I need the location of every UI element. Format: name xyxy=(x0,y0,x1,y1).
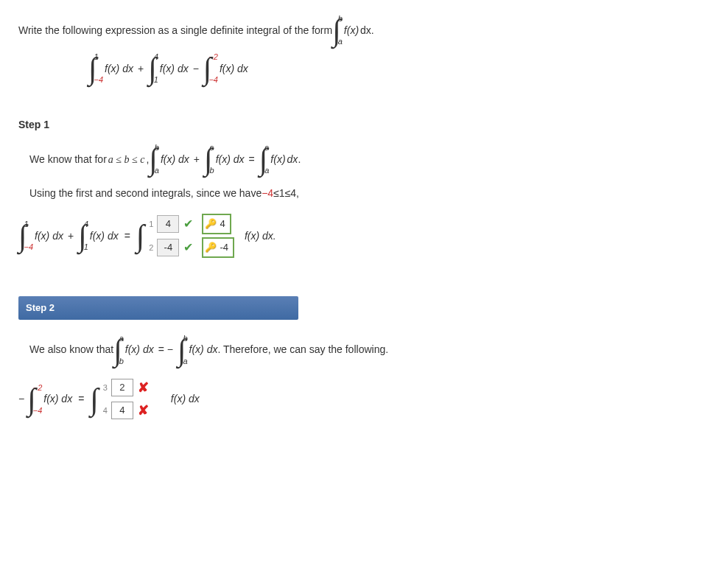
step2-header: Step 2 xyxy=(18,296,298,320)
step2-rule: We also know that ∫ a b f(x) dx = − ∫ b … xyxy=(29,335,701,365)
step1-work: ∫ 1 −4 f(x) dx + ∫ 4 1 f(x) dx = ∫ 1 4 ✔… xyxy=(18,212,701,259)
key-icon: 🔑 xyxy=(205,240,217,255)
cross-icon: ✘ xyxy=(138,401,149,421)
step2-answer-stack: 3 2 ✘ 4 4 ✘ xyxy=(97,377,149,422)
step2-lower-input[interactable]: 4 xyxy=(111,402,133,419)
key-icon: 🔑 xyxy=(205,217,217,231)
check-icon: ✔ xyxy=(183,215,193,233)
step1-upper-key: 🔑 4 xyxy=(202,214,231,234)
step1-label: Step 1 xyxy=(18,117,701,133)
step1-upper-answer[interactable]: 4 xyxy=(157,215,179,233)
step1-lower-answer[interactable]: -4 xyxy=(157,239,179,256)
step2-work: − ∫ −2 −4 f(x) dx = ∫ 3 2 ✘ 4 4 ✘ f(x) d… xyxy=(18,377,701,422)
step1-answer-stack: 1 4 ✔ 🔑 4 2 -4 ✔ 🔑 -4 xyxy=(143,212,234,259)
cross-icon: ✘ xyxy=(138,378,149,398)
step1-rule: We know that for a ≤ b ≤ c , ∫ b a f(x) … xyxy=(29,144,701,175)
step1-condition: Using the first and second integrals, si… xyxy=(29,186,701,201)
check-icon: ✔ xyxy=(183,239,193,256)
integral-form: ∫ b a f(x) xyxy=(332,15,359,46)
step2-upper-input[interactable]: 2 xyxy=(111,379,133,396)
problem-prompt: Write the following expression as a sing… xyxy=(18,15,701,46)
prompt-text: Write the following expression as a sing… xyxy=(18,23,332,38)
given-expression: ∫ 1 −4 f(x) dx + ∫ 4 1 f(x) dx − ∫ −2 −4… xyxy=(88,53,701,84)
step1-lower-key: 🔑 -4 xyxy=(202,237,234,258)
prompt-dx: dx. xyxy=(360,23,374,38)
